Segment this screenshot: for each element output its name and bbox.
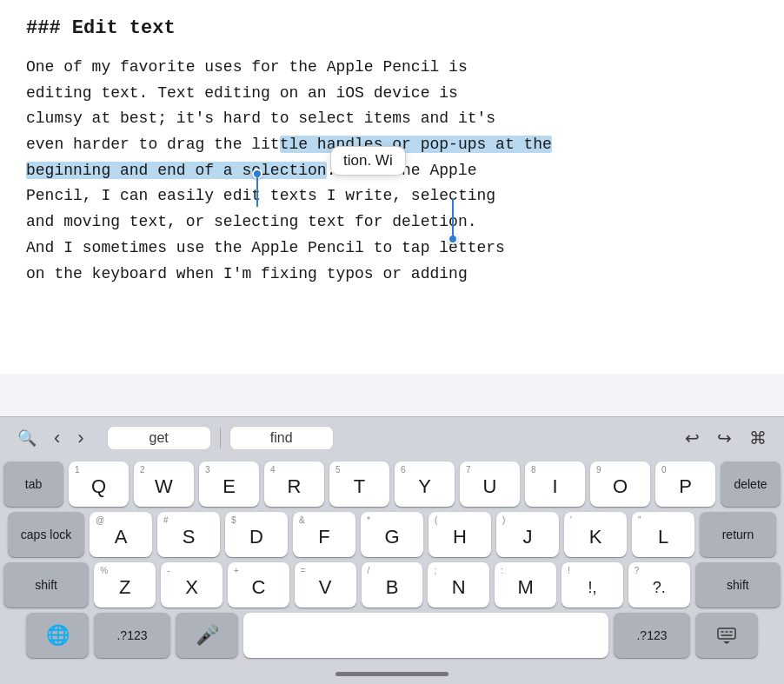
- text-content-area: ### Edit text One of my favorite uses fo…: [0, 0, 784, 374]
- undo-button[interactable]: ↩: [678, 422, 707, 454]
- text-highlight-part1: tle handles or pop-ups at the: [280, 136, 552, 153]
- key-row-2: caps lock @ A # S $ D & F * G: [3, 512, 781, 557]
- key-C[interactable]: + C: [228, 562, 289, 608]
- selection-handle-bottom-line: [452, 198, 454, 236]
- key-I[interactable]: 8 I: [525, 462, 585, 507]
- key-T[interactable]: 5 T: [329, 462, 389, 507]
- key-F[interactable]: & F: [293, 512, 355, 557]
- text-highlight-part2: beginning and end of a selection: [26, 162, 327, 179]
- keyboard-body: tab 1 Q 2 W 3 E 4 R 5 T 6: [0, 458, 784, 658]
- key-row-4: 🌐 .?123 🎤 .?123: [3, 613, 781, 658]
- search-button[interactable]: 🔍: [10, 423, 43, 453]
- toolbar-right-group: ↩ ↪ ⌘: [678, 422, 774, 454]
- key-E[interactable]: 3 E: [199, 462, 259, 507]
- shift-left-key[interactable]: shift: [3, 562, 89, 608]
- find-input[interactable]: [229, 426, 334, 450]
- text-line7: and moving text, or selecting text for d…: [26, 213, 476, 230]
- key-K[interactable]: ' K: [564, 512, 627, 557]
- toolbar-divider: [220, 428, 221, 448]
- globe-key[interactable]: 🌐: [26, 613, 89, 658]
- key-J[interactable]: ) J: [496, 512, 559, 557]
- key-exclaim[interactable]: ! !,: [561, 562, 623, 608]
- home-bar: [0, 663, 784, 684]
- key-M[interactable]: : M: [495, 562, 556, 608]
- key-D[interactable]: $ D: [225, 512, 288, 557]
- back-button[interactable]: ‹: [47, 422, 67, 455]
- shift-right-key[interactable]: shift: [695, 562, 781, 608]
- keyboard-container: 🔍 ‹ › ↩ ↪ ⌘: [0, 416, 784, 684]
- text-line1: One of my favorite uses for the Apple Pe…: [26, 58, 468, 76]
- text-line9: on the keyboard when I'm fixing typos or…: [26, 265, 468, 282]
- caps-lock-key[interactable]: caps lock: [8, 512, 84, 557]
- key-X[interactable]: - X: [161, 562, 223, 608]
- selection-handle-top-line: [256, 172, 258, 207]
- key-L[interactable]: " L: [632, 512, 694, 557]
- microphone-key[interactable]: 🎤: [176, 613, 238, 658]
- get-input[interactable]: [107, 426, 211, 450]
- toolbar-left-group: 🔍 ‹ ›: [10, 422, 334, 455]
- text-line3: clumsy at best; it's hard to select item…: [26, 110, 495, 127]
- svg-rect-0: [718, 628, 735, 639]
- numbers-right-key[interactable]: .?123: [614, 613, 690, 658]
- redo-button[interactable]: ↪: [710, 422, 739, 454]
- key-B[interactable]: / B: [362, 562, 423, 608]
- key-O[interactable]: 9 O: [590, 462, 650, 507]
- text-line4a: even harder to drag the lit: [26, 136, 280, 153]
- text-line2: editing text. Text editing on an iOS dev…: [26, 84, 458, 102]
- key-Y[interactable]: 6 Y: [395, 462, 455, 507]
- tab-key[interactable]: tab: [3, 462, 63, 507]
- delete-key[interactable]: delete: [721, 462, 781, 507]
- key-U[interactable]: 7 U: [460, 462, 520, 507]
- key-G[interactable]: * G: [361, 512, 423, 557]
- selection-tooltip: tion. Wi: [330, 146, 406, 176]
- hide-keyboard-key[interactable]: [695, 613, 758, 658]
- key-question[interactable]: ? ?.: [628, 562, 690, 608]
- home-bar-indicator: [336, 672, 448, 676]
- key-N[interactable]: ; N: [428, 562, 489, 608]
- key-Q[interactable]: 1 Q: [69, 462, 129, 507]
- forward-button[interactable]: ›: [70, 422, 90, 455]
- command-button[interactable]: ⌘: [742, 422, 774, 454]
- space-key[interactable]: [243, 613, 608, 658]
- heading: ### Edit text: [26, 17, 758, 39]
- key-R[interactable]: 4 R: [264, 462, 324, 507]
- key-V[interactable]: = V: [295, 562, 356, 608]
- key-A[interactable]: @ A: [90, 512, 152, 557]
- text-line8: And I sometimes use the Apple Pencil to …: [26, 239, 505, 256]
- key-W[interactable]: 2 W: [134, 462, 194, 507]
- return-key[interactable]: return: [700, 512, 776, 557]
- key-row-1: tab 1 Q 2 W 3 E 4 R 5 T 6: [3, 462, 781, 507]
- key-S[interactable]: # S: [157, 512, 220, 557]
- numbers-left-key[interactable]: .?123: [94, 613, 170, 658]
- text-line6: Pencil, I can easily edit texts I write,…: [26, 187, 495, 204]
- key-Z[interactable]: % Z: [94, 562, 156, 608]
- key-P[interactable]: 0 P: [655, 462, 715, 507]
- keyboard-toolbar: 🔍 ‹ › ↩ ↪ ⌘: [0, 416, 784, 458]
- key-row-3: shift % Z - X + C = V / B ;: [3, 562, 781, 608]
- key-H[interactable]: ( H: [429, 512, 491, 557]
